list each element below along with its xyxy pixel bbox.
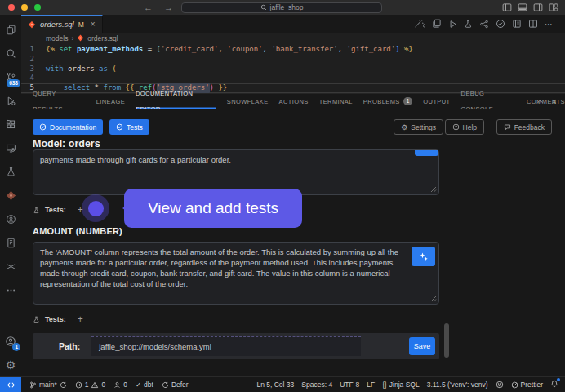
gear-icon: ⚙	[401, 123, 407, 131]
feedback-button[interactable]: Feedback	[496, 119, 552, 135]
prettier-status[interactable]: Prettier	[511, 381, 543, 389]
more-actions-icon[interactable]: ⋯	[545, 20, 554, 29]
search-sidebar-icon[interactable]	[0, 42, 21, 65]
search-icon	[260, 4, 267, 11]
tab-orders-sql[interactable]: orders.sql M ×	[21, 15, 103, 33]
language-mode-status[interactable]: {} Jinja SQL	[382, 381, 420, 389]
source-control-icon[interactable]: 638	[0, 65, 21, 89]
resize-handle-icon[interactable]	[430, 296, 437, 302]
indentation-status[interactable]: Spaces: 4	[301, 381, 332, 389]
sync-icon	[162, 381, 169, 389]
activity-bar: 638 1 ⚙	[0, 15, 21, 376]
run-debug-icon[interactable]	[0, 89, 21, 113]
breadcrumb-file[interactable]: orders.sql	[87, 34, 118, 42]
run-model-wand-icon[interactable]	[414, 19, 425, 29]
panel-tab-output[interactable]: OUTPUT	[423, 94, 450, 109]
tooltip-view-add-tests: View and add tests	[124, 189, 302, 228]
dbt-status[interactable]: ✓ dbt	[136, 381, 153, 389]
toggle-sidebar-icon[interactable]	[502, 2, 512, 12]
user-circle-icon[interactable]	[0, 207, 21, 231]
dbt-sidebar-icon[interactable]	[0, 184, 21, 207]
path-label: Path:	[59, 341, 80, 351]
split-editor-icon[interactable]	[528, 19, 538, 29]
code-line[interactable]: 1{% set payment_methods = ['credit_card'…	[21, 45, 565, 55]
toggle-panel-icon[interactable]	[518, 2, 527, 12]
lineage-icon[interactable]	[479, 20, 489, 29]
snowflake-icon[interactable]	[0, 255, 21, 278]
resize-handle-icon[interactable]	[430, 186, 437, 193]
defer-status[interactable]: Defer	[162, 381, 189, 389]
breadcrumb[interactable]: models › orders.sql	[21, 33, 565, 43]
column-description-textarea[interactable]: The 'AMOUNT' column represents the total…	[33, 242, 439, 305]
zoom-window-button[interactable]	[34, 4, 41, 11]
generate-docs-ai-button[interactable]	[412, 247, 435, 266]
line-number: 2	[21, 55, 34, 65]
remote-indicator[interactable]	[0, 377, 21, 392]
python-interpreter-status[interactable]: 3.11.5 ('venv': venv)	[427, 381, 488, 389]
add-test-button[interactable]: +	[78, 314, 83, 325]
extensions-icon[interactable]	[0, 113, 21, 136]
accounts-icon[interactable]: 1	[0, 329, 21, 353]
user-count-status[interactable]: 0	[113, 381, 127, 389]
encoding-status[interactable]: UTF-8	[340, 381, 359, 389]
history-forward-icon[interactable]: →	[164, 2, 173, 12]
history-back-icon[interactable]: ←	[144, 2, 153, 12]
panel-tab-query-results[interactable]: QUERY RESULTS	[33, 94, 86, 109]
tests-label: Tests:	[45, 206, 66, 214]
check-circle-icon	[39, 123, 47, 131]
sparkle-icon	[419, 252, 429, 261]
toggle-secondary-sidebar-icon[interactable]	[533, 2, 543, 12]
code-line[interactable]: 2	[21, 55, 565, 65]
maximize-panel-icon[interactable]	[536, 98, 544, 105]
help-button[interactable]: Help	[445, 119, 484, 135]
explorer-icon[interactable]	[0, 18, 21, 42]
docs-book-icon[interactable]	[512, 19, 522, 29]
panel-tab-debug-console[interactable]: DEBUG CONSOLE	[461, 94, 516, 109]
panel-tab-lineage[interactable]: LINEAGE	[96, 94, 125, 109]
panel-tab-terminal[interactable]: TERMINAL	[319, 94, 353, 109]
generate-docs-ai-button-clipped[interactable]	[415, 150, 438, 156]
build-flask-icon[interactable]	[464, 20, 473, 29]
execute-play-icon[interactable]	[448, 20, 457, 29]
flask-icon	[33, 207, 40, 214]
git-branch-status[interactable]: main*	[29, 381, 67, 389]
panel-tab-snowflake[interactable]: SNOWFLAKE	[227, 94, 269, 109]
warning-icon	[91, 381, 99, 389]
code-line[interactable]: 3with orders as (	[21, 65, 565, 74]
close-panel-icon[interactable]: ×	[552, 97, 557, 106]
minimize-window-button[interactable]	[21, 4, 28, 11]
command-center-search[interactable]: jaffle_shop	[181, 2, 382, 13]
breadcrumb-folder[interactable]: models	[46, 34, 68, 42]
notebook-icon[interactable]	[0, 231, 21, 255]
scm-changes-badge: 638	[7, 79, 20, 88]
status-bar: main* 1 0 0 ✓ dbt Defer Ln 5, Col 33 Spa…	[0, 376, 565, 392]
customize-layout-icon[interactable]	[549, 2, 558, 12]
code-line[interactable]: 4	[21, 74, 565, 83]
panel-tab-documentation-editor[interactable]: DOCUMENTATION EDITOR	[136, 94, 216, 109]
feedback-smiley-icon[interactable]	[496, 381, 504, 389]
panel-tab-problems[interactable]: PROBLEMS1	[363, 94, 413, 109]
settings-button[interactable]: ⚙ Settings	[394, 119, 443, 135]
tab-close-icon[interactable]: ×	[91, 20, 96, 29]
panel-scrollbar[interactable]	[444, 323, 449, 358]
model-tests-row: Tests: +	[33, 204, 83, 216]
settings-gear-icon[interactable]: ⚙	[0, 353, 21, 376]
error-icon	[75, 381, 82, 389]
testing-beaker-icon[interactable]	[0, 160, 21, 184]
more-views-icon[interactable]	[0, 278, 21, 302]
problems-status[interactable]: 1 0	[75, 381, 105, 389]
path-input[interactable]: jaffle_shop://models/schema.yml	[91, 336, 361, 356]
validate-check-icon[interactable]	[496, 19, 505, 29]
documentation-toggle-button[interactable]: Documentation	[33, 119, 103, 135]
tests-toggle-button[interactable]: Tests	[109, 119, 149, 135]
close-window-button[interactable]	[8, 4, 15, 11]
remote-explorer-icon[interactable]	[0, 136, 21, 160]
path-bar: Path: jaffle_shop://models/schema.yml Sa…	[33, 333, 439, 359]
eol-status[interactable]: LF	[367, 381, 375, 389]
notifications-bell[interactable]	[550, 380, 558, 390]
save-button[interactable]: Save	[409, 337, 435, 355]
compiled-query-icon[interactable]	[432, 19, 442, 29]
panel-tab-actions[interactable]: ACTIONS	[279, 94, 309, 109]
remote-icon	[7, 381, 16, 390]
cursor-position-status[interactable]: Ln 5, Col 33	[256, 381, 294, 389]
